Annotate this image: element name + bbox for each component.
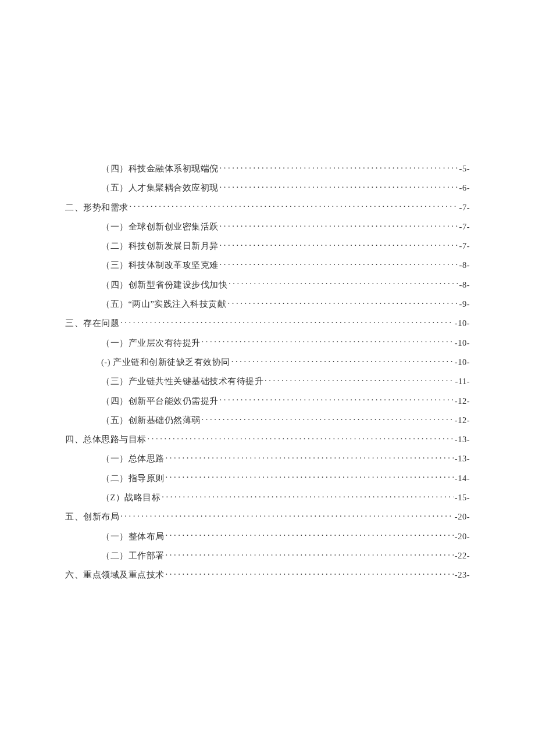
toc-entry: 五、创新布局-20- bbox=[65, 511, 470, 522]
toc-dot-leader bbox=[231, 356, 454, 365]
toc-entry-page: -6- bbox=[459, 182, 470, 194]
toc-entry-label: （一）总体思路 bbox=[101, 453, 165, 464]
toc-dot-leader bbox=[220, 182, 458, 191]
toc-entry-page: -8- bbox=[459, 259, 470, 271]
toc-entry: 二、形势和需求-7- bbox=[65, 202, 470, 213]
toc-entry-label: （四）科技金融体系初现端倪 bbox=[101, 163, 219, 174]
toc-entry-page: -13- bbox=[455, 453, 470, 464]
toc-dot-leader bbox=[120, 318, 454, 327]
toc-entry-page: -23- bbox=[455, 569, 470, 581]
toc-entry-label: （四）创新型省份建设步伐加快 bbox=[101, 279, 227, 291]
toc-entry-label: （一）全球创新创业密集活跃 bbox=[101, 221, 219, 232]
toc-entry-label: （五）“两山”实践注入科技贡献 bbox=[101, 298, 226, 310]
toc-entry-page: -10- bbox=[455, 317, 470, 329]
toc-entry: （四）科技金融体系初现端倪-5- bbox=[65, 163, 470, 174]
toc-entry-page: -7- bbox=[459, 240, 470, 252]
toc-entry: (-) 产业链和创新徒缺乏有效协同-10- bbox=[65, 356, 470, 368]
toc-entry: （一）整体布局-20- bbox=[65, 531, 470, 542]
toc-entry-label: （一）整体布局 bbox=[101, 531, 165, 542]
toc-entry-page: -10- bbox=[455, 337, 470, 349]
toc-entry-label: （二）指导原则 bbox=[101, 472, 165, 484]
toc-dot-leader bbox=[227, 299, 458, 307]
toc-entry: （五）“两山”实践注入科技贡献-9- bbox=[65, 298, 470, 310]
toc-entry-page: -5- bbox=[459, 163, 470, 174]
toc-entry-page: -15- bbox=[455, 492, 470, 503]
toc-dot-leader bbox=[265, 376, 454, 385]
toc-entry: 四、总体思路与目标-13- bbox=[65, 433, 470, 445]
toc-entry-label: （三）科技体制改革攻坚克难 bbox=[101, 259, 219, 271]
toc-entry-page: -8- bbox=[459, 279, 470, 291]
toc-dot-leader bbox=[166, 569, 454, 578]
toc-entry: （一）总体思路-13- bbox=[65, 453, 470, 464]
toc-dot-leader bbox=[162, 492, 453, 501]
toc-dot-leader bbox=[120, 511, 454, 520]
toc-dot-leader bbox=[202, 337, 454, 346]
toc-entry: （四）创新平台能效仍需提升-12- bbox=[65, 395, 470, 407]
toc-entry-label: （二）科技创新发展日新月异 bbox=[101, 240, 219, 252]
toc-entry: （四）创新型省份建设步伐加快-8- bbox=[65, 279, 470, 291]
toc-dot-leader bbox=[166, 531, 454, 539]
toc-entry-page: -9- bbox=[459, 298, 470, 310]
table-of-contents: （四）科技金融体系初现端倪-5-（五）人才集聚耦合效应初现-6-二、形势和需求-… bbox=[65, 163, 470, 581]
toc-entry: （二）科技创新发展日新月异-7- bbox=[65, 240, 470, 252]
toc-dot-leader bbox=[166, 550, 454, 558]
toc-entry: （二）工作部署-22- bbox=[65, 550, 470, 561]
toc-entry-label: 五、创新布局 bbox=[65, 511, 119, 522]
toc-entry: 三、存在问题-10- bbox=[65, 317, 470, 329]
toc-entry-label: （五）人才集聚耦合效应初现 bbox=[101, 182, 219, 194]
toc-entry-label: （一）产业层次有待提升 bbox=[101, 337, 201, 349]
toc-entry: （一）产业层次有待提升-10- bbox=[65, 337, 470, 349]
toc-entry-label: 三、存在问题 bbox=[65, 317, 119, 329]
toc-entry: （Z）战略目标-15- bbox=[65, 492, 470, 503]
toc-entry-page: -22- bbox=[455, 550, 470, 561]
toc-entry-page: -7- bbox=[459, 202, 470, 213]
toc-entry-label: 二、形势和需求 bbox=[65, 202, 129, 213]
toc-entry: （五）人才集聚耦合效应初现-6- bbox=[65, 182, 470, 194]
toc-entry-label: （五）创新基础仍然薄弱 bbox=[101, 414, 201, 426]
toc-entry: （三）科技体制改革攻坚克难-8- bbox=[65, 259, 470, 271]
toc-entry-page: -12- bbox=[455, 395, 470, 407]
toc-entry-page: -13- bbox=[455, 433, 470, 445]
toc-entry-page: -11- bbox=[455, 375, 470, 387]
toc-entry: （二）指导原则-14- bbox=[65, 472, 470, 484]
toc-dot-leader bbox=[166, 472, 454, 481]
toc-dot-leader bbox=[148, 434, 454, 443]
toc-entry-page: -12- bbox=[455, 414, 470, 426]
toc-entry-page: -20- bbox=[455, 511, 470, 522]
toc-entry-label: (-) 产业链和创新徒缺乏有效协同 bbox=[101, 356, 230, 368]
toc-entry-page: -14- bbox=[455, 472, 470, 484]
toc-dot-leader bbox=[220, 163, 458, 172]
toc-entry: （一）全球创新创业密集活跃-7- bbox=[65, 221, 470, 232]
toc-entry-label: 四、总体思路与目标 bbox=[65, 433, 147, 445]
toc-entry-label: （四）创新平台能效仍需提升 bbox=[101, 395, 219, 407]
toc-entry-label: 六、重点领域及重点技术 bbox=[65, 569, 165, 581]
toc-dot-leader bbox=[220, 241, 458, 249]
toc-entry: （五）创新基础仍然薄弱-12- bbox=[65, 414, 470, 426]
toc-dot-leader bbox=[229, 279, 458, 288]
toc-dot-leader bbox=[130, 202, 458, 210]
toc-dot-leader bbox=[220, 395, 454, 404]
toc-entry-page: -10- bbox=[455, 356, 470, 368]
toc-entry-page: -7- bbox=[459, 221, 470, 232]
toc-entry-page: -20- bbox=[455, 531, 470, 542]
toc-dot-leader bbox=[202, 414, 454, 423]
toc-entry-label: （三）产业链共性关键基础技术有待提升 bbox=[101, 375, 263, 387]
toc-entry: 六、重点领域及重点技术-23- bbox=[65, 569, 470, 581]
toc-dot-leader bbox=[220, 221, 458, 230]
toc-entry: （三）产业链共性关键基础技术有待提升-11- bbox=[65, 375, 470, 387]
toc-dot-leader bbox=[220, 260, 458, 268]
toc-entry-label: （二）工作部署 bbox=[101, 550, 165, 561]
toc-entry-label: （Z）战略目标 bbox=[101, 492, 160, 503]
toc-dot-leader bbox=[166, 453, 454, 462]
